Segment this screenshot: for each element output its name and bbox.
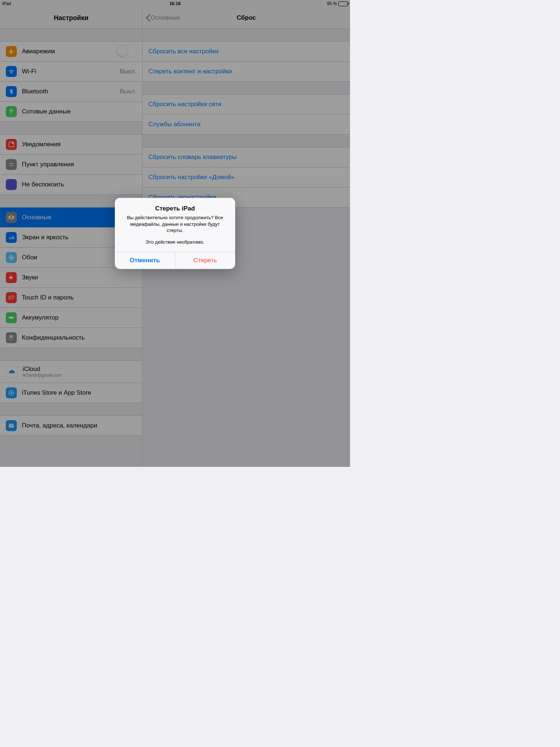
alert-cancel-button[interactable]: Отменить [115,252,175,269]
alert-title: Стереть iPad [121,205,229,212]
alert-message-2: Это действие необратимо. [121,239,229,245]
alert-erase-button[interactable]: Стереть [175,252,236,269]
alert-message: Вы действительно хотите продолжить? Все … [121,214,229,234]
erase-confirm-alert: Стереть iPad Вы действительно хотите про… [115,198,235,269]
